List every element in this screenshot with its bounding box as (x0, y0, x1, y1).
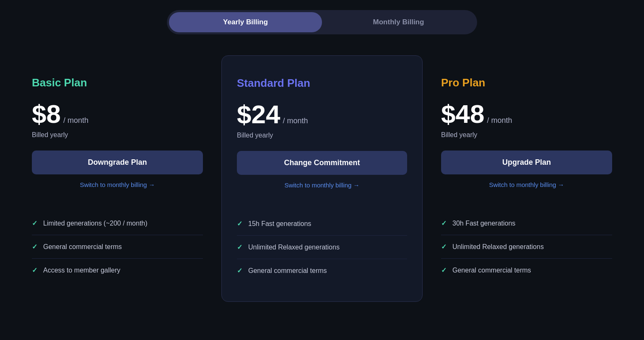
feature-item: ✓ 30h Fast generations (441, 212, 612, 235)
yearly-billing-button[interactable]: Yearly Billing (169, 12, 322, 32)
price-amount-basic: $8 (32, 101, 61, 127)
feature-text: General commercial terms (43, 243, 122, 251)
feature-text: 30h Fast generations (452, 220, 515, 227)
check-icon: ✓ (441, 219, 447, 227)
plan-card-pro: Pro Plan $48 / month Billed yearly Upgra… (426, 60, 627, 298)
features-standard: ✓ 15h Fast generations ✓ Unlimited Relax… (237, 212, 407, 282)
feature-text: Access to member gallery (43, 267, 120, 274)
feature-item: ✓ General commercial terms (32, 235, 203, 259)
feature-text: 15h Fast generations (248, 220, 311, 228)
feature-text: Unlimited Relaxed generations (452, 243, 544, 251)
feature-item: ✓ Unlimited Relaxed generations (237, 236, 407, 259)
check-icon: ✓ (441, 266, 447, 274)
check-icon: ✓ (237, 243, 242, 251)
feature-item: ✓ General commercial terms (237, 259, 407, 282)
feature-text: General commercial terms (248, 267, 327, 275)
plan-card-basic: Basic Plan $8 / month Billed yearly Down… (17, 60, 218, 298)
feature-item: ✓ Access to member gallery (32, 259, 203, 282)
plans-container: Basic Plan $8 / month Billed yearly Down… (17, 60, 627, 298)
billed-info-basic: Billed yearly (32, 131, 203, 139)
price-period-basic: / month (63, 116, 88, 125)
plan-name-basic: Basic Plan (32, 76, 203, 89)
price-row-standard: $24 / month (237, 101, 407, 127)
switch-link-pro[interactable]: Switch to monthly billing → (441, 181, 612, 188)
action-button-pro[interactable]: Upgrade Plan (441, 151, 612, 174)
plan-name-standard: Standard Plan (237, 77, 407, 90)
action-button-basic[interactable]: Downgrade Plan (32, 151, 203, 174)
price-amount-pro: $48 (441, 101, 484, 127)
check-icon: ✓ (237, 267, 242, 275)
features-basic: ✓ Limited generations (~200 / month) ✓ G… (32, 212, 203, 282)
plan-name-pro: Pro Plan (441, 76, 612, 89)
feature-text: Limited generations (~200 / month) (43, 220, 148, 227)
feature-item: ✓ General commercial terms (441, 259, 612, 282)
check-icon: ✓ (32, 219, 37, 227)
price-row-pro: $48 / month (441, 101, 612, 127)
monthly-billing-button[interactable]: Monthly Billing (322, 12, 475, 32)
price-row-basic: $8 / month (32, 101, 203, 127)
check-icon: ✓ (237, 220, 242, 228)
action-button-standard[interactable]: Change Commitment (237, 151, 407, 175)
feature-item: ✓ Unlimited Relaxed generations (441, 235, 612, 259)
price-period-pro: / month (487, 116, 512, 125)
features-pro: ✓ 30h Fast generations ✓ Unlimited Relax… (441, 212, 612, 282)
billed-info-pro: Billed yearly (441, 131, 612, 139)
price-period-standard: / month (283, 117, 308, 125)
check-icon: ✓ (441, 243, 447, 251)
switch-link-standard[interactable]: Switch to monthly billing → (237, 182, 407, 189)
feature-item: ✓ Limited generations (~200 / month) (32, 212, 203, 235)
check-icon: ✓ (32, 243, 37, 251)
billing-toggle: Yearly Billing Monthly Billing (167, 10, 477, 34)
feature-text: Unlimited Relaxed generations (248, 244, 340, 251)
billed-info-standard: Billed yearly (237, 132, 407, 139)
price-amount-standard: $24 (237, 101, 280, 127)
switch-link-basic[interactable]: Switch to monthly billing → (32, 181, 203, 188)
check-icon: ✓ (32, 266, 37, 274)
plan-card-standard: Standard Plan $24 / month Billed yearly … (221, 55, 423, 302)
feature-text: General commercial terms (452, 267, 531, 274)
feature-item: ✓ 15h Fast generations (237, 212, 407, 236)
